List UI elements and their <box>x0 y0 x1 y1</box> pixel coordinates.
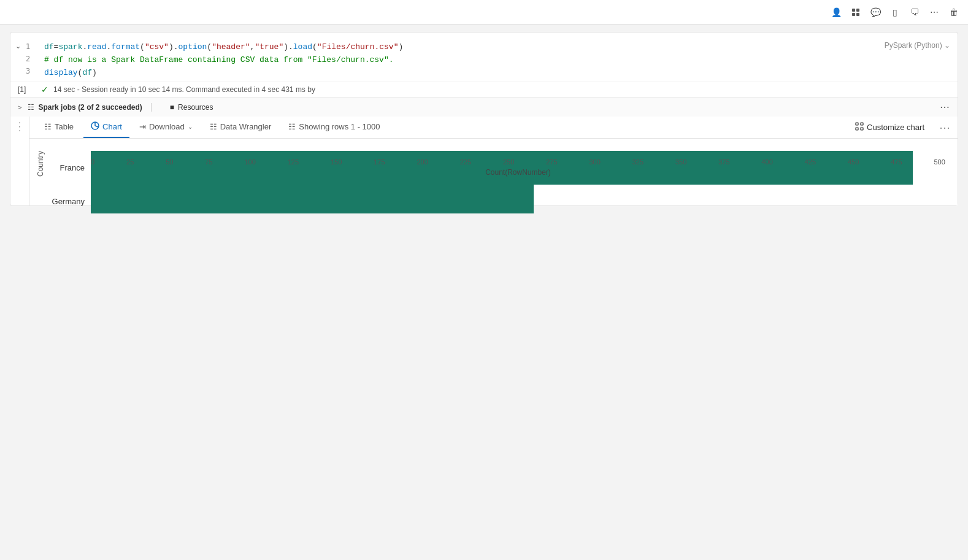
tab-data-wrangler[interactable]: ☷ Data Wrangler <box>202 117 279 137</box>
tab-chart[interactable]: Chart <box>83 117 129 138</box>
x-tick-label: 100 <box>244 158 255 166</box>
magic-icon[interactable] <box>849 6 862 19</box>
divider <box>151 103 152 112</box>
tab-data-wrangler-label: Data Wrangler <box>220 122 272 131</box>
resources-label[interactable]: Resources <box>178 103 213 112</box>
line-number-1: 1 <box>26 41 44 53</box>
output-section: ··· ☷ Table Chart <box>10 117 958 205</box>
spark-jobs-label[interactable]: Spark jobs (2 of 2 succeeded) <box>38 103 142 112</box>
x-tick-label: 400 <box>761 158 772 166</box>
expand-icon[interactable]: > <box>18 104 21 111</box>
x-tick-label: 475 <box>891 158 902 166</box>
chart-main: FranceGermanySpain 025507510012515017520… <box>48 151 945 177</box>
line-number-3: 3 <box>26 66 44 78</box>
x-tick-label: 250 <box>503 158 514 166</box>
customize-chart-label: Customize chart <box>867 123 924 132</box>
svg-rect-7 <box>861 123 863 125</box>
notebook-cell: ⌄ 1 2 3 df = spark . read . format <box>10 32 958 206</box>
x-tick-label: 450 <box>848 158 859 166</box>
x-tick-label: 350 <box>675 158 686 166</box>
chart-body: Country FranceGermanySpain <box>36 151 945 177</box>
tab-download-label: Download <box>149 122 185 131</box>
copy-icon[interactable]: ▯ <box>888 6 902 19</box>
spark-icon: ☷ <box>28 103 34 112</box>
tab-download[interactable]: ⇥ Download ⌄ <box>132 117 200 137</box>
x-tick-label: 0 <box>91 158 94 166</box>
data-wrangler-icon: ☷ <box>210 122 217 131</box>
line-number-2: 2 <box>26 53 44 66</box>
chart-area: Country FranceGermanySpain <box>29 139 958 205</box>
tab-right-area: Customize chart ⋯ <box>850 120 950 135</box>
x-axis-title: Count(RowNumber) <box>91 168 945 177</box>
cell-header: ⌄ 1 2 3 df = spark . read . format <box>10 33 958 82</box>
x-tick-label: 125 <box>288 158 299 166</box>
cell-number-label: [1] <box>18 85 36 94</box>
status-check-icon: ✓ <box>41 85 48 94</box>
code-line-2: # df now is a Spark DataFrame containing… <box>44 54 885 67</box>
comment-icon[interactable]: 💬 <box>869 6 882 19</box>
x-tick-label: 150 <box>331 158 342 166</box>
rows-icon: ☷ <box>288 122 296 131</box>
bar-fill <box>91 185 534 213</box>
spark-more-button[interactable]: ⋯ <box>940 101 950 113</box>
x-tick-label: 75 <box>205 158 212 166</box>
x-tick-label: 25 <box>126 158 134 166</box>
x-tick-label: 300 <box>589 158 600 166</box>
status-time: 14 sec - Session ready in 10 sec 14 ms. … <box>53 85 315 94</box>
code-line-3: display ( df ) <box>44 67 885 80</box>
more-actions-icon[interactable]: ⋯ <box>928 6 941 19</box>
tab-table[interactable]: ☷ Table <box>37 117 81 137</box>
svg-rect-5 <box>856 123 858 125</box>
tab-showing-rows[interactable]: ☷ Showing rows 1 - 1000 <box>281 117 387 137</box>
delete-icon[interactable]: 🗑 <box>947 6 961 19</box>
x-tick-label: 225 <box>460 158 471 166</box>
cell-status-bar: [1] ✓ 14 sec - Session ready in 10 sec 1… <box>10 82 958 97</box>
chart-icon <box>91 121 99 132</box>
x-ticks-container: 0255075100125150175200225250275300325350… <box>91 158 945 166</box>
collapse-button[interactable]: ⌄ <box>10 41 26 52</box>
svg-rect-6 <box>856 128 858 130</box>
svg-rect-1 <box>856 9 859 12</box>
customize-icon <box>855 122 864 132</box>
person-icon[interactable]: 👤 <box>829 6 843 19</box>
download-icon: ⇥ <box>139 122 146 131</box>
x-tick-label: 500 <box>934 158 945 166</box>
x-tick-label: 325 <box>632 158 643 166</box>
tab-showing-rows-label: Showing rows 1 - 1000 <box>299 122 380 131</box>
customize-chart-button[interactable]: Customize chart <box>850 120 929 135</box>
tab-table-label: Table <box>55 122 74 131</box>
x-tick-label: 175 <box>374 158 385 166</box>
bar-label: Germany <box>48 197 91 206</box>
table-icon: ☷ <box>44 122 52 131</box>
svg-rect-0 <box>852 9 855 12</box>
bar-track <box>91 185 945 213</box>
chart-container: Country FranceGermanySpain <box>36 151 945 193</box>
top-toolbar: 👤 💬 ▯ 🗨 ⋯ 🗑 <box>0 0 968 25</box>
x-tick-label: 200 <box>417 158 428 166</box>
runtime-label: PySpark (Python) ⌄ <box>885 39 958 50</box>
x-tick-label: 425 <box>805 158 816 166</box>
svg-rect-8 <box>861 128 863 130</box>
resources-icon: ■ <box>170 103 174 112</box>
output-tabs: ☷ Table Chart ⇥ Download <box>29 117 958 139</box>
left-dots-button[interactable]: ··· <box>10 117 29 205</box>
svg-rect-2 <box>852 13 855 16</box>
download-chevron-icon: ⌄ <box>188 123 193 130</box>
code-line-1: df = spark . read . format ( "csv" ). op… <box>44 41 885 54</box>
x-tick-label: 375 <box>718 158 729 166</box>
svg-rect-3 <box>856 13 859 16</box>
y-axis-label: Country <box>36 151 45 177</box>
cell-code[interactable]: df = spark . read . format ( "csv" ). op… <box>44 39 885 82</box>
bar-row: Germany <box>48 185 945 213</box>
chart-plot: FranceGermanySpain <box>48 151 945 157</box>
output-more-button[interactable]: ⋯ <box>939 121 950 134</box>
x-tick-label: 50 <box>166 158 173 166</box>
spark-jobs-bar: > ☷ Spark jobs (2 of 2 succeeded) ■ Reso… <box>10 97 958 117</box>
chat-icon[interactable]: 🗨 <box>908 6 921 19</box>
tab-chart-label: Chart <box>102 122 122 131</box>
x-axis-container: 0255075100125150175200225250275300325350… <box>48 158 945 177</box>
x-tick-label: 275 <box>546 158 557 166</box>
